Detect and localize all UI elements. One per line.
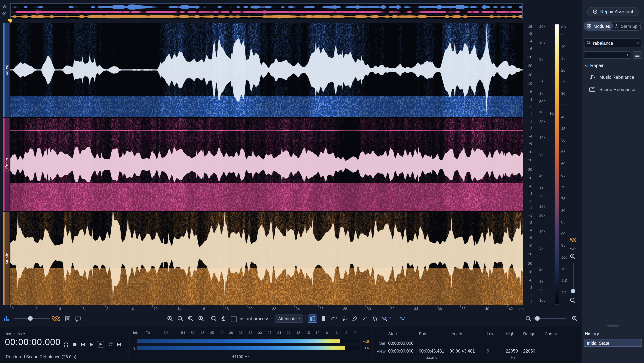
- record-button[interactable]: [72, 342, 78, 347]
- meter-right: [136, 346, 361, 350]
- play-selection-button[interactable]: [97, 341, 104, 348]
- horizontal-zoom-out-button[interactable]: [524, 314, 533, 323]
- frequency-select-tool[interactable]: [330, 314, 338, 323]
- panel-resize-handle[interactable]: [607, 325, 619, 327]
- status-message: Rendered Scene Rebalance (26.0 s): [6, 354, 76, 359]
- hand-icon: [221, 315, 227, 322]
- instant-process-tool[interactable]: [380, 314, 389, 323]
- scene-rebalance-icon: [589, 86, 596, 92]
- spectrogram-view-button[interactable]: [570, 237, 576, 244]
- track-header-effects[interactable]: Effects: [3, 118, 10, 211]
- colorbar-db-label: 30: [561, 92, 565, 96]
- range-value[interactable]: 22050: [523, 348, 535, 354]
- find-button[interactable]: [210, 314, 219, 323]
- track-header-voice[interactable]: Voice: [3, 23, 10, 117]
- ruler-label: 4: [59, 307, 61, 311]
- zoom-reset-button[interactable]: [197, 314, 206, 323]
- ruler-label: 20: [248, 307, 252, 311]
- horizontal-zoom-in-button[interactable]: [570, 314, 580, 323]
- preset-menu-button[interactable]: [633, 51, 642, 59]
- colorbar-db-label: 70: [561, 185, 565, 189]
- overview-collapse-down-icon[interactable]: [2, 11, 7, 16]
- horizontal-zoom-knob[interactable]: [535, 316, 540, 321]
- zoom-out-button[interactable]: [176, 314, 185, 323]
- zoom-selection-button[interactable]: [186, 314, 195, 323]
- view-length-value[interactable]: 00:00:43.481: [450, 348, 475, 354]
- ruler-label: 14: [177, 307, 181, 311]
- sel-start-value[interactable]: 00:00:00.000: [388, 340, 414, 346]
- overview-strip[interactable]: [10, 3, 523, 19]
- loop-playback-button[interactable]: [107, 341, 114, 347]
- freq-axis-label: 1k: [539, 186, 543, 190]
- playhead-marker[interactable]: [8, 19, 12, 23]
- monitor-gain-knob[interactable]: [28, 316, 33, 321]
- audio-device-levels-button[interactable]: [2, 314, 11, 323]
- overview-collapse-up-icon[interactable]: [2, 4, 7, 9]
- process-mode-select[interactable]: Attenuate ▾: [275, 314, 303, 323]
- tab-stem-split-label: Stem Split: [621, 24, 641, 28]
- search-input-value[interactable]: rebalance: [593, 40, 636, 45]
- history-item[interactable]: Initial State: [584, 339, 642, 347]
- previous-button[interactable]: [80, 342, 86, 347]
- time-frequency-select-tool[interactable]: [308, 314, 317, 323]
- module-item-scene-rebalance[interactable]: Scene Rebalance: [582, 84, 644, 95]
- meter-scale-label: -39: [228, 331, 233, 335]
- amp-axis-label: -4: [522, 134, 532, 138]
- hand-tool-button[interactable]: [220, 314, 228, 323]
- time-select-tool[interactable]: [319, 314, 328, 323]
- amp-axis-label: -2: [522, 293, 532, 297]
- time-ruler[interactable]: 024681012141618202224262830323436384042s…: [10, 305, 523, 312]
- monitor-button[interactable]: [63, 341, 69, 347]
- view-end-value[interactable]: 00:00:43.481: [419, 348, 444, 354]
- meter-scale-label: -6: [334, 331, 338, 335]
- time-format-select[interactable]: h:m:s.ms ▾: [6, 332, 25, 336]
- adjacent-selection-tool[interactable]: [370, 314, 379, 323]
- lasso-select-tool[interactable]: [340, 314, 350, 323]
- tab-modules-label: Modules: [594, 24, 610, 28]
- vertical-zoom-out-button[interactable]: [570, 297, 576, 305]
- tab-stem-split[interactable]: Stem Split: [613, 22, 642, 30]
- clip-list-icon: [64, 315, 70, 322]
- clear-search-icon[interactable]: ×: [636, 40, 639, 45]
- voice-spectrogram-canvas[interactable]: [10, 23, 523, 117]
- chevron-down-icon: ▾: [299, 317, 300, 320]
- clip-list-button[interactable]: [63, 314, 72, 323]
- effects-spectrogram-canvas[interactable]: [10, 118, 523, 211]
- vertical-zoom-slider[interactable]: [573, 263, 574, 289]
- module-item-music-rebalance[interactable]: Music Rebalance: [582, 72, 644, 82]
- music-spectrogram-canvas[interactable]: [10, 212, 523, 305]
- module-search-field[interactable]: rebalance ×: [584, 38, 642, 47]
- vertical-zoom-knob[interactable]: [571, 289, 575, 294]
- track-header-music[interactable]: Music: [3, 212, 10, 305]
- low-value[interactable]: 0: [487, 348, 489, 354]
- goto-end-button[interactable]: [116, 342, 122, 347]
- colorbar-db-label: 65: [561, 173, 565, 178]
- adjacent-selection-icon: [372, 316, 378, 322]
- brush-select-tool[interactable]: [350, 314, 359, 323]
- history-divider: [582, 327, 644, 327]
- magic-wand-tool[interactable]: [360, 314, 369, 323]
- repair-assistant-button[interactable]: Repair Assistant: [587, 7, 638, 16]
- ruler-label: 8: [106, 307, 108, 311]
- instant-process-tool-caret[interactable]: ▾: [390, 316, 391, 320]
- overview-canvas[interactable]: [11, 4, 522, 19]
- vertical-zoom-in-button[interactable]: [570, 253, 576, 262]
- zoom-in-button[interactable]: [166, 314, 174, 323]
- play-button[interactable]: [88, 342, 94, 347]
- instant-process-icon: [381, 316, 388, 322]
- tab-modules[interactable]: Modules: [584, 22, 613, 30]
- waveform-view-button[interactable]: [570, 246, 576, 253]
- freq-axis-label: 10k: [539, 41, 545, 45]
- signal-generator-button[interactable]: [398, 314, 407, 323]
- amp-axis-label: -20: [522, 73, 532, 77]
- preset-select[interactable]: ▾: [584, 51, 630, 59]
- comments-button[interactable]: [74, 314, 83, 323]
- spectrogram-area[interactable]: [10, 23, 523, 305]
- zoom-reset-icon: [198, 315, 204, 322]
- view-start-value[interactable]: 00:00:00.000: [388, 348, 414, 354]
- waveform-spectrogram-blend-button[interactable]: [51, 314, 60, 323]
- high-value[interactable]: 22050: [506, 348, 518, 354]
- ruler-tick: [318, 305, 318, 307]
- section-repair-header[interactable]: Repair: [584, 62, 604, 68]
- instant-process-checkbox[interactable]: [231, 316, 237, 322]
